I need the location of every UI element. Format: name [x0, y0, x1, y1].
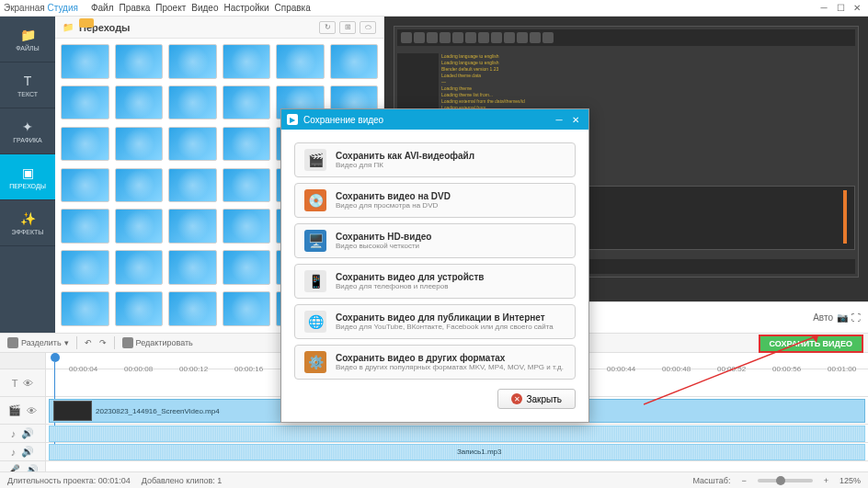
close-icon: ✕ — [511, 393, 522, 404]
menu-file[interactable]: Файл — [91, 3, 114, 13]
menu-bar: Файл Правка Проект Видео Настройки Справ… — [91, 3, 311, 13]
save-option-2[interactable]: 🖥️Сохранить HD-видеоВидео высокой четкос… — [294, 223, 576, 258]
option-icon: 🖥️ — [304, 230, 326, 252]
menu-project[interactable]: Проект — [155, 3, 186, 13]
transition-thumb[interactable] — [61, 85, 109, 120]
sidebar-icon: 📁 — [20, 28, 36, 42]
save-option-3[interactable]: 📱Сохранить видео для устройствВидео для … — [294, 264, 576, 299]
dialog-close-button[interactable]: ✕Закрыть — [497, 389, 576, 409]
transition-thumb[interactable] — [61, 44, 109, 79]
save-option-5[interactable]: ⚙️Сохранить видео в других форматахВидео… — [294, 345, 576, 380]
status-bar: Длительность проекта: 00:01:04 Добавлено… — [0, 471, 868, 488]
transition-thumb[interactable] — [168, 291, 217, 326]
reload-icon[interactable]: ↻ — [319, 21, 336, 34]
save-option-0[interactable]: 🎬Сохранить как AVI-видеофайлВидео для ПК — [294, 142, 576, 177]
transition-thumb[interactable] — [223, 209, 271, 244]
save-video-button[interactable]: СОХРАНИТЬ ВИДЕО — [759, 335, 863, 353]
dialog-icon: ▶ — [287, 114, 298, 125]
dialog-close-x[interactable]: ✕ — [568, 113, 583, 126]
dialog-title: Сохранение видео — [303, 115, 383, 125]
transition-thumb[interactable] — [276, 44, 325, 79]
text-track-icon: T — [12, 378, 18, 389]
transition-thumb[interactable] — [168, 44, 217, 79]
save-option-1[interactable]: 💿Сохранить видео на DVDВидео для просмот… — [294, 183, 576, 218]
split-button[interactable]: Разделить▾ — [7, 337, 69, 348]
transition-thumb[interactable] — [115, 127, 164, 162]
zoom-in-icon[interactable]: + — [824, 476, 828, 485]
menu-settings[interactable]: Настройки — [223, 3, 268, 13]
zoom-out-icon[interactable]: − — [741, 476, 746, 485]
option-icon: ⚙️ — [304, 351, 326, 373]
menu-video[interactable]: Видео — [191, 3, 218, 13]
folder-icon: 📁 — [63, 22, 74, 32]
option-icon: 📱 — [304, 270, 326, 292]
auto-label: Авто — [813, 312, 833, 323]
fullscreen-icon[interactable]: ⛶ — [851, 312, 861, 323]
menu-help[interactable]: Справка — [275, 3, 311, 13]
transition-thumb[interactable] — [330, 44, 379, 79]
dialog-minimize[interactable]: ─ — [552, 113, 566, 126]
transition-thumb[interactable] — [223, 168, 271, 203]
transition-thumb[interactable] — [115, 168, 164, 203]
sidebar-item-эффекты[interactable]: ✨ЭФФЕКТЫ — [0, 200, 55, 246]
audio-track-icon: ♪ — [11, 428, 17, 439]
save-video-dialog: ▶ Сохранение видео ─ ✕ 🎬Сохранить как AV… — [280, 108, 589, 423]
option-icon: 💿 — [304, 189, 326, 211]
sidebar-item-текст[interactable]: TТЕКСТ — [0, 62, 55, 108]
audio-clip[interactable] — [49, 426, 865, 442]
transition-thumb[interactable] — [168, 209, 217, 244]
transition-thumb[interactable] — [168, 85, 217, 120]
transition-thumb[interactable] — [223, 291, 271, 326]
redo-icon[interactable]: ↷ — [99, 338, 107, 347]
save-option-4[interactable]: 🌐Сохранить видео для публикации в Интерн… — [294, 304, 576, 339]
transition-thumb[interactable] — [61, 291, 109, 326]
transition-thumb[interactable] — [61, 127, 109, 162]
mute-icon[interactable]: 🔊 — [21, 446, 34, 458]
transition-thumb[interactable] — [115, 44, 164, 79]
transition-thumb[interactable] — [115, 85, 164, 120]
sidebar-item-файлы[interactable]: 📁ФАЙЛЫ — [0, 17, 55, 62]
zoom-slider[interactable] — [758, 479, 813, 482]
sidebar-icon: ✨ — [20, 211, 36, 226]
transition-thumb[interactable] — [223, 127, 271, 162]
transition-thumb[interactable] — [61, 209, 109, 244]
transition-thumb[interactable] — [115, 250, 164, 285]
transition-thumb[interactable] — [168, 250, 217, 285]
snapshot-icon[interactable]: 📷 — [837, 312, 848, 323]
grid-view-icon[interactable]: ⊞ — [339, 21, 356, 34]
transition-thumb[interactable] — [223, 44, 271, 79]
menu-edit[interactable]: Правка — [120, 3, 151, 13]
window-maximize[interactable]: ☐ — [833, 2, 848, 15]
transition-thumb[interactable] — [223, 85, 271, 120]
option-icon: 🎬 — [304, 149, 326, 171]
transition-thumb[interactable] — [115, 209, 164, 244]
window-close[interactable]: ✕ — [850, 2, 864, 15]
left-sidebar: 📁ФАЙЛЫTТЕКСТ✦ГРАФИКА▣ПЕРЕХОДЫ✨ЭФФЕКТЫ — [0, 17, 55, 333]
transition-thumb[interactable] — [223, 250, 271, 285]
sidebar-item-переходы[interactable]: ▣ПЕРЕХОДЫ — [0, 154, 55, 200]
sidebar-item-графика[interactable]: ✦ГРАФИКА — [0, 108, 55, 154]
audio-track-1: ♪🔊 — [0, 425, 868, 443]
transition-thumb[interactable] — [168, 168, 217, 203]
window-minimize[interactable]: ─ — [817, 2, 831, 15]
sidebar-icon: ✦ — [22, 119, 33, 134]
timeline-marker[interactable] — [79, 18, 94, 28]
sidebar-icon: T — [24, 74, 32, 88]
audio-track-2: ♪🔊 Запись1.mp3 — [0, 443, 868, 461]
mute-icon[interactable]: 🔊 — [21, 427, 34, 439]
sidebar-icon: ▣ — [22, 165, 34, 180]
visibility-icon[interactable]: 👁 — [27, 405, 37, 416]
audio-clip-2[interactable]: Запись1.mp3 — [49, 444, 865, 460]
transition-thumb[interactable] — [115, 291, 164, 326]
transition-thumb[interactable] — [168, 127, 217, 162]
video-track-icon: 🎬 — [8, 404, 21, 416]
playhead[interactable] — [51, 353, 60, 362]
visibility-icon[interactable]: 👁 — [23, 378, 33, 389]
option-icon: 🌐 — [304, 311, 326, 333]
edit-button[interactable]: Редактировать — [122, 337, 193, 348]
toggle-icon[interactable]: ⬭ — [360, 21, 376, 34]
transition-thumb[interactable] — [61, 168, 109, 203]
undo-icon[interactable]: ↶ — [85, 338, 92, 347]
transition-thumb[interactable] — [61, 250, 109, 285]
title-bar: Экранная Студия Файл Правка Проект Видео… — [0, 0, 868, 17]
